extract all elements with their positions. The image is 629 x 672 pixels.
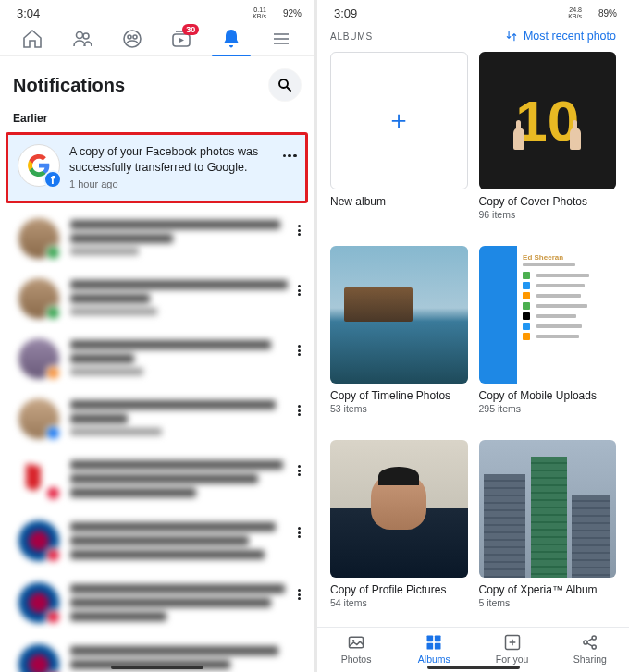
notification-more-button[interactable] (290, 526, 308, 540)
svg-point-11 (128, 35, 131, 39)
notification-item[interactable] (2, 269, 312, 329)
svg-point-9 (83, 33, 89, 39)
album-title: Copy of Profile Pictures (330, 583, 468, 596)
svg-rect-26 (427, 636, 434, 642)
watch-badge: 30 (182, 24, 199, 35)
status-bar: 3:09 24.8 KB/s 89% (317, 0, 629, 20)
album-profile-pictures[interactable]: Copy of Profile Pictures 54 items (330, 440, 468, 623)
svg-line-36 (587, 639, 593, 641)
battery-percent: 92% (283, 8, 302, 18)
new-album-thumb: ＋ (330, 52, 468, 189)
svg-rect-29 (435, 643, 441, 650)
albums-icon (425, 633, 443, 652)
notification-more-button[interactable] (290, 588, 308, 602)
album-thumb (479, 440, 617, 578)
album-count: 5 items (479, 597, 617, 608)
svg-line-18 (287, 87, 290, 91)
tab-foryou[interactable]: For you (474, 633, 551, 665)
svg-point-10 (124, 31, 141, 47)
status-indicators: 24.8 KB/s 89% (568, 6, 620, 19)
album-title: Copy of Mobile Uploads (479, 389, 617, 402)
nav-groups[interactable] (107, 28, 157, 50)
svg-point-8 (76, 32, 82, 39)
albums-grid: ＋ New album 10 Copy of Cover Photos 96 i… (317, 46, 629, 627)
sharing-icon (581, 633, 599, 652)
nav-menu[interactable] (256, 28, 306, 50)
section-earlier: Earlier (0, 110, 314, 132)
notification-item[interactable] (2, 329, 312, 389)
nav-active-indicator (212, 55, 251, 57)
page-title: Notifications (13, 75, 125, 96)
foryou-icon (503, 633, 522, 652)
album-count: 53 items (330, 403, 468, 414)
search-button[interactable] (269, 69, 301, 101)
notification-more-button[interactable] (290, 344, 308, 358)
album-title: Copy of Xperia™ Album (479, 583, 617, 596)
album-title: New album (330, 195, 468, 208)
notifications-list (0, 209, 314, 672)
notification-time: 1 hour ago (69, 177, 272, 191)
tab-label: Photos (341, 654, 372, 665)
nav-home[interactable] (7, 28, 57, 50)
status-bar: 3:04 0.11 KB/s N 92% (0, 0, 314, 20)
svg-point-25 (352, 640, 355, 642)
svg-point-12 (133, 35, 137, 39)
nav-watch[interactable]: 30 (156, 28, 206, 50)
album-mobile-uploads[interactable]: Ed Sheeran Copy of Mobile Uploads 295 it… (479, 246, 617, 429)
status-time: 3:09 (334, 6, 357, 20)
facebook-badge-icon: f (43, 170, 62, 189)
notification-more-button[interactable] (290, 404, 308, 418)
sort-button[interactable]: Most recent photo (505, 30, 616, 43)
notification-google-transfer[interactable]: f A copy of your Facebook photos was suc… (8, 135, 305, 201)
album-count: 96 items (479, 209, 617, 220)
notification-more-button[interactable] (281, 144, 298, 161)
svg-rect-27 (435, 636, 441, 642)
album-count: 54 items (330, 597, 468, 608)
album-title: Copy of Timeline Photos (330, 389, 468, 402)
sort-icon (505, 30, 518, 43)
notification-item[interactable] (2, 573, 312, 635)
notification-more-button[interactable] (290, 284, 308, 298)
photos-icon (347, 633, 365, 652)
status-time: 3:04 (17, 6, 40, 20)
plus-icon: ＋ (386, 103, 412, 138)
album-thumb (330, 246, 468, 384)
svg-rect-28 (427, 643, 434, 650)
notification-item[interactable] (2, 389, 312, 449)
albums-label: ALBUMS (330, 31, 373, 42)
facebook-notifications-screen: 3:04 0.11 KB/s N 92% (0, 0, 314, 672)
album-thumb (330, 440, 468, 578)
facebook-top-nav: 30 (0, 20, 314, 56)
notification-text-block: A copy of your Facebook photos was succe… (69, 144, 272, 191)
album-timeline-photos[interactable]: Copy of Timeline Photos 53 items (330, 246, 468, 429)
notification-avatar: f (18, 144, 60, 187)
notification-text: A copy of your Facebook photos was succe… (69, 144, 272, 176)
album-thumb: 10 (479, 52, 617, 189)
home-indicator[interactable] (427, 666, 520, 669)
google-photos-albums-screen: 3:09 24.8 KB/s 89% ALBUMS Most recent ph… (317, 0, 629, 672)
album-count: 295 items (479, 403, 617, 414)
notification-item[interactable] (2, 511, 312, 573)
nav-notifications[interactable] (206, 28, 256, 50)
notification-more-button[interactable] (290, 464, 308, 478)
notification-more-button[interactable] (290, 224, 308, 238)
highlighted-notification-frame: f A copy of your Facebook photos was suc… (6, 132, 308, 203)
album-cover-photos[interactable]: 10 Copy of Cover Photos 96 items (479, 52, 617, 235)
notification-item[interactable] (2, 209, 312, 269)
notification-item[interactable] (2, 449, 312, 511)
tab-albums[interactable]: Albums (395, 633, 473, 665)
tab-sharing[interactable]: Sharing (551, 633, 629, 665)
tab-photos[interactable]: Photos (317, 633, 395, 665)
album-new[interactable]: ＋ New album (330, 52, 468, 235)
search-icon (277, 77, 293, 93)
status-indicators: 0.11 KB/s N 92% (253, 6, 304, 19)
albums-header: ALBUMS Most recent photo (317, 20, 629, 46)
tab-label: Albums (418, 654, 450, 665)
notifications-header: Notifications (0, 56, 314, 110)
nav-friends[interactable] (57, 28, 107, 50)
album-title: Copy of Cover Photos (479, 195, 617, 208)
svg-line-37 (587, 643, 593, 646)
home-indicator[interactable] (111, 666, 204, 669)
tab-label: Sharing (574, 654, 607, 665)
album-xperia[interactable]: Copy of Xperia™ Album 5 items (479, 440, 617, 623)
